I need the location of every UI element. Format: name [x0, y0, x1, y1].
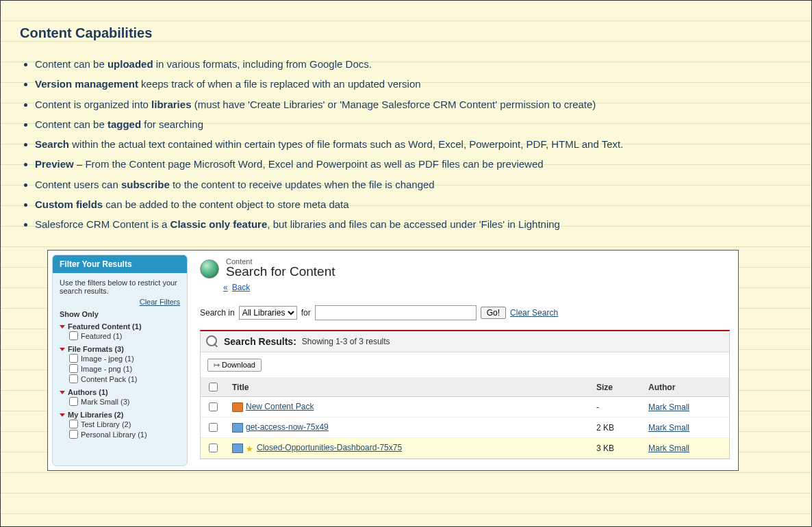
table-row: ★Closed-Opportunities-Dashboard-75x753 K… [201, 438, 729, 459]
results-table: Title Size Author New Content Pack-Mark … [201, 378, 729, 459]
filter-item-label: Mark Small (3) [81, 398, 130, 406]
filter-checkbox[interactable] [69, 397, 78, 406]
show-only-label: Show Only [60, 310, 180, 318]
capability-item: Search within the actual text contained … [35, 136, 792, 152]
search-in-label: Search in [200, 308, 235, 318]
filter-checkbox[interactable] [69, 420, 78, 428]
filter-item[interactable]: Mark Small (3) [60, 396, 180, 407]
table-row: get-access-now-75x492 KBMark Small [201, 417, 729, 438]
page-heading: Content Capabilities [20, 25, 792, 41]
results-subtitle: Showing 1-3 of 3 results [302, 337, 390, 346]
capability-item: Salesforce CRM Content is a Classic only… [35, 216, 792, 232]
filter-item[interactable]: Featured (1) [60, 331, 180, 341]
result-size: 3 KB [591, 438, 643, 459]
sidebar-groups: Featured Content (1)Featured (1)File For… [60, 322, 180, 439]
capability-item: Custom fields can be added to the conten… [35, 196, 792, 212]
filter-item-label: Test Library (2) [81, 420, 131, 428]
result-author-link[interactable]: Mark Small [648, 423, 689, 433]
filter-group[interactable]: My Libraries (2) [60, 411, 180, 419]
filter-item[interactable]: Test Library (2) [60, 419, 180, 429]
back-link[interactable]: Back [223, 283, 250, 292]
filter-item-label: Content Pack (1) [81, 375, 138, 383]
row-checkbox[interactable] [209, 444, 218, 452]
image-file-icon [232, 444, 243, 453]
image-file-icon [232, 423, 243, 433]
capability-item: Content users can subscribe to the conte… [35, 177, 792, 192]
filter-item-label: Featured (1) [81, 332, 123, 340]
col-author: Author [643, 378, 729, 397]
content-area: Content Search for Content Back Search i… [192, 250, 738, 470]
result-author-link[interactable]: Mark Small [648, 444, 689, 453]
filter-sidebar: Filter Your Results Use the filters belo… [52, 255, 188, 466]
sidebar-header: Filter Your Results [53, 255, 187, 273]
content-title: Search for Content [226, 264, 335, 279]
filter-item[interactable]: Image - jpeg (1) [60, 353, 180, 363]
filter-checkbox[interactable] [69, 364, 78, 373]
filter-group[interactable]: Featured Content (1) [60, 322, 180, 331]
sidebar-hint: Use the filters below to restrict your s… [60, 279, 180, 295]
capabilities-list: Content can be uploaded in various forma… [20, 56, 792, 232]
filter-item[interactable]: Personal Library (1) [60, 429, 180, 439]
featured-star-icon: ★ [246, 444, 255, 452]
clear-search-link[interactable]: Clear Search [510, 308, 558, 318]
row-checkbox[interactable] [209, 423, 218, 432]
filter-item-label: Personal Library (1) [81, 430, 147, 439]
search-input[interactable] [315, 305, 477, 320]
result-title-link[interactable]: Closed-Opportunities-Dashboard-75x75 [257, 443, 402, 452]
for-label: for [301, 308, 311, 318]
col-title: Title [227, 378, 591, 397]
select-all-checkbox[interactable] [209, 383, 218, 391]
result-author-link[interactable]: Mark Small [648, 402, 689, 412]
embedded-screenshot: Filter Your Results Use the filters belo… [47, 250, 739, 471]
filter-group[interactable]: Authors (1) [60, 388, 180, 396]
result-size: 2 KB [591, 417, 643, 438]
capability-item: Version management keeps track of when a… [35, 76, 792, 92]
content-pack-icon [232, 402, 243, 412]
capability-item: Content can be uploaded in various forma… [35, 56, 792, 72]
results-body: New Content Pack-Mark Smallget-access-no… [201, 397, 729, 459]
results-title: Search Results: [224, 336, 296, 347]
result-title-link[interactable]: New Content Pack [246, 402, 314, 411]
filter-checkbox[interactable] [69, 374, 78, 383]
download-button[interactable]: Download [207, 359, 262, 372]
col-size: Size [591, 378, 643, 397]
row-checkbox[interactable] [209, 402, 218, 411]
go-button[interactable]: Go! [481, 307, 506, 319]
filter-checkbox[interactable] [69, 354, 78, 363]
filter-checkbox[interactable] [69, 331, 78, 340]
globe-icon [200, 259, 219, 279]
clear-filters-link[interactable]: Clear Filters [140, 298, 180, 306]
library-dropdown[interactable]: All Libraries [239, 306, 297, 320]
filter-checkbox[interactable] [69, 430, 78, 439]
table-row: New Content Pack-Mark Small [201, 397, 729, 417]
result-title-link[interactable]: get-access-now-75x49 [246, 422, 329, 432]
search-bar: Search in All Libraries for Go! Clear Se… [200, 305, 730, 320]
filter-item-label: Image - png (1) [81, 365, 132, 373]
capability-item: Preview – From the Content page Microsof… [35, 156, 792, 172]
filter-group[interactable]: File Formats (3) [60, 345, 180, 353]
filter-item[interactable]: Image - png (1) [60, 363, 180, 374]
capability-item: Content can be tagged for searching [35, 116, 792, 132]
results-panel: Search Results: Showing 1-3 of 3 results… [200, 330, 730, 459]
filter-item-label: Image - jpeg (1) [81, 355, 134, 363]
capability-item: Content is organized into libraries (mus… [35, 97, 792, 112]
filter-item[interactable]: Content Pack (1) [60, 374, 180, 384]
result-size: - [591, 397, 643, 417]
magnifier-icon [206, 335, 218, 348]
